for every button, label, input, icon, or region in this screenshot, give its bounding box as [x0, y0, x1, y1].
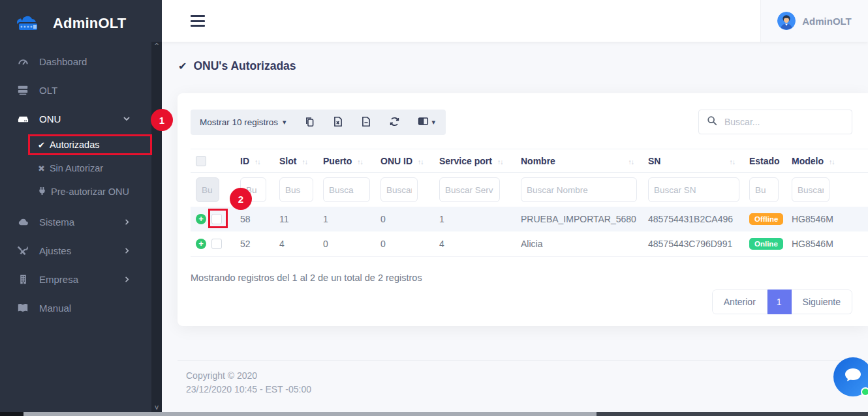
sidebar-item-label: OLT — [39, 85, 57, 96]
column-header-puerto[interactable]: Puerto↑↓ — [318, 149, 375, 173]
excel-export-button[interactable] — [333, 116, 343, 129]
sidebar: AdminOLT Dashboard OLT ONU — [0, 0, 162, 412]
expand-row-button[interactable]: + — [196, 239, 206, 249]
sidebar-item-manual[interactable]: Manual — [0, 293, 162, 322]
brand-logo[interactable]: AdminOLT — [0, 0, 162, 47]
sidebar-item-ajustes[interactable]: Ajustes — [0, 236, 162, 265]
server-icon — [16, 84, 29, 96]
column-header-slot[interactable]: Slot↑↓ — [274, 149, 318, 173]
tools-icon — [16, 245, 29, 256]
page-header: ✔ ONU's Autorizadas — [162, 42, 868, 73]
sidebar-item-dashboard[interactable]: Dashboard — [0, 47, 162, 76]
pagination-prev-button[interactable]: Anterior — [712, 290, 767, 314]
sort-icon[interactable]: ↑↓ — [628, 158, 634, 166]
copy-icon — [304, 116, 315, 129]
refresh-button[interactable] — [389, 116, 400, 129]
chat-icon — [843, 366, 863, 387]
sort-icon[interactable]: ↑↓ — [357, 158, 363, 166]
sort-icon[interactable]: ↑↓ — [418, 158, 424, 166]
cell-puerto: 1 — [318, 207, 375, 231]
sidebar-item-pre-autorizar[interactable]: Pre-autorizar ONU — [0, 180, 162, 203]
excel-icon — [333, 116, 343, 129]
menu-toggle-button[interactable] — [191, 15, 205, 27]
copy-button[interactable] — [304, 116, 315, 129]
horizontal-scrollbar[interactable] — [0, 412, 868, 416]
sidebar-item-sistema[interactable]: Sistema — [0, 207, 162, 236]
sidebar-item-onu[interactable]: ONU — [0, 104, 162, 133]
filter-nombre-input[interactable] — [521, 177, 637, 202]
filter-service-port-input[interactable] — [439, 177, 500, 202]
cell-slot: 11 — [274, 207, 318, 231]
sidebar-item-label: Pre-autorizar ONU — [51, 186, 129, 197]
cell-nombre: PRUEBA_IMPORTAR_5680 — [516, 207, 643, 231]
sidebar-item-label: Dashboard — [39, 56, 87, 67]
column-header-sn[interactable]: SN↑↓ — [643, 149, 744, 173]
file-icon — [361, 116, 371, 129]
column-header-modelo[interactable]: Modelo↑↓ — [786, 149, 868, 173]
user-menu[interactable]: AdminOLT — [760, 0, 868, 42]
sidebar-item-label: Manual — [39, 303, 71, 314]
filter-puerto-input[interactable] — [323, 177, 370, 202]
sort-icon[interactable]: ↑↓ — [255, 158, 260, 166]
sort-icon[interactable]: ↑↓ — [829, 158, 835, 166]
check-icon: ✔ — [178, 60, 187, 72]
page-title: ONU's Autorizadas — [193, 59, 296, 73]
sidebar-scrollbar[interactable]: ^ v — [151, 42, 162, 412]
brand-name: AdminOLT — [53, 15, 126, 32]
chevron-right-icon — [123, 247, 131, 254]
filter-estado-input[interactable] — [749, 177, 779, 202]
scroll-up-icon[interactable]: ^ — [155, 43, 159, 50]
column-header-estado[interactable]: Estado — [744, 149, 786, 173]
sort-icon[interactable]: ↑↓ — [302, 158, 307, 166]
cell-slot: 4 — [274, 231, 318, 256]
sidebar-item-empresa[interactable]: Empresa — [0, 265, 162, 293]
refresh-icon — [389, 116, 400, 129]
column-visibility-button[interactable]: ▾ — [418, 116, 436, 128]
column-header-onu-id[interactable]: ONU ID↑↓ — [375, 149, 434, 173]
table-row: + 52 4 0 0 4 Alicia 48575443C796D991 Onl… — [191, 231, 868, 256]
cell-onu-id: 0 — [375, 207, 434, 231]
cell-modelo: HG8546M — [786, 207, 868, 231]
row-checkbox[interactable] — [211, 239, 222, 249]
sidebar-item-label: ONU — [39, 113, 61, 125]
scrollbar-corner — [0, 412, 23, 416]
chat-button[interactable] — [833, 357, 868, 396]
table-info: Mostrando registros del 1 al 2 de un tot… — [191, 273, 868, 283]
sort-icon[interactable]: ↑↓ — [497, 158, 503, 166]
expand-row-button[interactable]: + — [196, 214, 206, 224]
cell-puerto: 0 — [318, 231, 375, 256]
footer: Copyright © 2020 23/12/2020 10:45 - EST … — [178, 360, 868, 396]
cell-modelo: HG8546M — [786, 231, 868, 256]
status-badge: Online — [749, 238, 783, 250]
filter-sn-input[interactable] — [648, 177, 739, 202]
cell-sn: 485754431B2CA496 — [643, 207, 744, 231]
column-header-service-port[interactable]: Service port↑↓ — [434, 149, 516, 173]
cell-nombre: Alicia — [516, 231, 643, 256]
column-header-id[interactable]: ID↑↓ — [235, 149, 274, 173]
filter-onu-id-input[interactable] — [380, 177, 418, 202]
sidebar-item-olt[interactable]: OLT — [0, 76, 162, 104]
cell-onu-id: 0 — [375, 231, 434, 256]
app-window: AdminOLT Dashboard OLT ONU — [0, 0, 868, 416]
pagination-page-button[interactable]: 1 — [767, 290, 792, 314]
pagination: Anterior 1 Siguiente — [712, 290, 852, 314]
main-content: ✔ ONU's Autorizadas Mostrar 10 registros… — [162, 42, 868, 412]
horizontal-scrollbar-thumb[interactable] — [23, 412, 597, 416]
filter-modelo-input[interactable] — [792, 177, 829, 202]
select-all-checkbox[interactable] — [196, 156, 206, 166]
page-length-dropdown[interactable]: Mostrar 10 registros ▾ — [200, 117, 287, 127]
sidebar-item-sin-autorizar[interactable]: ✖ Sin Autorizar — [0, 156, 162, 180]
caret-down-icon: ▾ — [432, 118, 436, 126]
dashboard-icon — [16, 55, 29, 68]
sort-icon[interactable]: ↑↓ — [730, 158, 736, 166]
file-export-button[interactable] — [361, 116, 371, 129]
table-row: + 58 11 1 0 1 PRUEBA_IMPORTAR_5680 48575… — [191, 207, 868, 231]
search-input[interactable] — [724, 117, 844, 127]
caret-down-icon: ▾ — [283, 118, 287, 126]
filter-slot-input[interactable] — [279, 177, 313, 202]
annotation-step-2: 2 — [230, 188, 252, 210]
cell-id: 52 — [235, 231, 274, 256]
pagination-next-button[interactable]: Siguiente — [792, 290, 852, 314]
scroll-down-icon[interactable]: v — [155, 404, 159, 411]
column-header-nombre[interactable]: Nombre↑↓ — [516, 149, 643, 173]
